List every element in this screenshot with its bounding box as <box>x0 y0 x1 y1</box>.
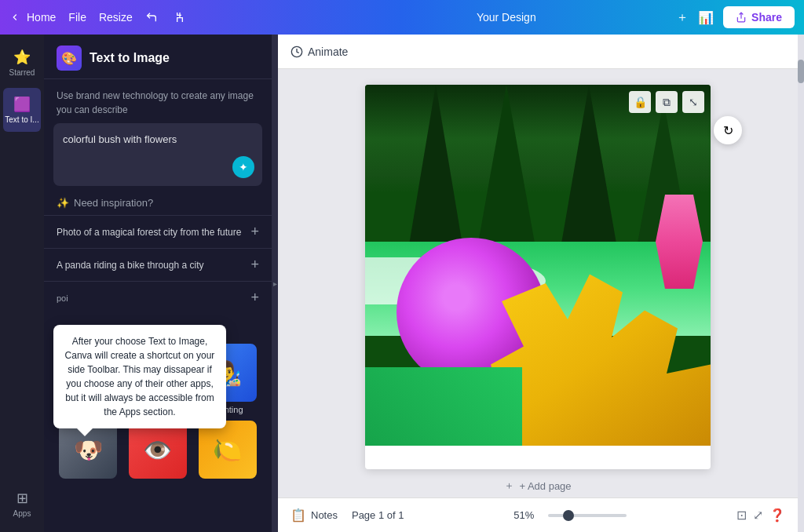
add-button[interactable]: ＋ <box>676 9 689 26</box>
sidebar-apps-label: Apps <box>13 509 31 518</box>
bottom-center: 51% <box>513 509 627 521</box>
share-button[interactable]: Share <box>723 6 795 28</box>
tooltip-container: After your choose Text to Image, Canva w… <box>53 325 226 436</box>
inspiration-text: A panda riding a bike through a city <box>57 260 203 271</box>
inspiration-label: Need inspiration? <box>74 197 153 209</box>
panel-resize-handle[interactable]: ▸ <box>272 35 278 532</box>
inspiration-item-1[interactable]: A panda riding a bike through a city + <box>44 248 272 281</box>
file-menu[interactable]: File <box>68 11 86 24</box>
prompt-text: colorful bush with flowers <box>63 133 253 147</box>
design-title: Your Design <box>477 11 536 24</box>
add-page-icon: ＋ <box>504 479 514 493</box>
add-page-button[interactable]: ＋ + Add page <box>365 479 711 493</box>
cloud-save-icon[interactable] <box>174 11 189 24</box>
zoom-slider[interactable] <box>548 514 627 517</box>
animate-label: Animate <box>308 46 348 58</box>
panel-title: Text to Image <box>90 51 170 65</box>
add-page-label: + Add page <box>519 480 571 492</box>
page-info: Page 1 of 1 <box>352 509 404 521</box>
add-inspiration-icon[interactable]: + <box>250 257 259 273</box>
apps-icon: ⊞ <box>16 490 28 507</box>
inspiration-header: ✨ Need inspiration? <box>44 186 272 215</box>
fullscreen-icon[interactable]: ⤢ <box>753 508 763 523</box>
bottom-right: ⊡ ⤢ ❓ <box>736 508 785 523</box>
topbar-right: ＋ 📊 Share <box>676 6 795 28</box>
right-scrollbar[interactable] <box>798 35 804 532</box>
main-layout: ⭐ Starred 🟪 Text to I... ⊞ Apps 🎨 Text t… <box>0 35 804 532</box>
help-icon[interactable]: ❓ <box>769 508 785 523</box>
bottom-left: 📋 Notes Page 1 of 1 <box>291 508 404 523</box>
add-inspiration-icon[interactable]: + <box>250 224 259 240</box>
topbar: Home File Resize Your Design ＋ 📊 Share <box>0 0 804 35</box>
resize-menu[interactable]: Resize <box>99 11 133 24</box>
star-icon: ⭐ <box>13 49 31 66</box>
sidebar-item-apps[interactable]: ⊞ Apps <box>3 482 41 526</box>
topbar-left: Home File Resize <box>9 11 337 24</box>
canvas-scroll[interactable]: 🔒 ⧉ ⤡ <box>278 69 798 497</box>
notes-icon: 📋 <box>291 508 306 523</box>
sparkle-icon: ✨ <box>57 197 69 209</box>
canvas-topbar: Animate <box>278 35 798 69</box>
lock-button[interactable]: 🔒 <box>629 91 651 113</box>
sidebar-item-text-to-image[interactable]: 🟪 Text to I... <box>3 88 41 132</box>
prompt-input-area[interactable]: colorful bush with flowers ✦ <box>53 123 262 186</box>
canvas-page-wrapper: 🔒 ⧉ ⤡ <box>365 85 711 469</box>
inspiration-item-2[interactable]: poi + <box>44 281 272 314</box>
refresh-button[interactable]: ↻ <box>714 116 742 144</box>
inspiration-text: Photo of a magical forest city from the … <box>57 227 241 238</box>
expand-button[interactable]: ⤡ <box>682 91 704 113</box>
canvas-page: 🔒 ⧉ ⤡ <box>365 85 711 469</box>
undo-button[interactable] <box>145 11 161 24</box>
canvas-area: Animate 🔒 ⧉ ⤡ <box>278 35 798 532</box>
text-to-image-panel: 🎨 Text to Image Use brand new technology… <box>44 35 272 532</box>
sidebar-item-label: Text to I... <box>5 115 38 124</box>
fit-page-icon[interactable]: ⊡ <box>736 508 747 523</box>
animate-button[interactable]: Animate <box>291 46 348 58</box>
green-foreground <box>365 367 522 446</box>
notes-label: Notes <box>311 509 338 521</box>
pink-flowers-right <box>656 195 703 289</box>
generated-image <box>365 85 711 446</box>
sidebar-item-label: Starred <box>9 68 35 77</box>
panel-icon: 🎨 <box>57 46 82 71</box>
sidebar-icons: ⭐ Starred 🟪 Text to I... ⊞ Apps <box>0 35 44 532</box>
canvas-page-tools: 🔒 ⧉ ⤡ <box>629 91 704 113</box>
tooltip-text: After your choose Text to Image, Canva w… <box>65 336 215 417</box>
text-to-image-icon: 🟪 <box>13 96 31 113</box>
generate-button[interactable]: ✦ <box>232 156 254 178</box>
back-button[interactable]: Home <box>9 11 56 24</box>
zoom-value: 51% <box>513 509 542 521</box>
analytics-icon[interactable]: 📊 <box>698 10 714 25</box>
panel-description: Use brand new technology to create any i… <box>44 79 272 123</box>
inspiration-text: poi <box>57 293 68 303</box>
panel-header: 🎨 Text to Image <box>44 35 272 79</box>
tooltip-box: After your choose Text to Image, Canva w… <box>53 325 226 428</box>
bottom-bar: 📋 Notes Page 1 of 1 51% ⊡ ⤢ ❓ <box>278 497 798 532</box>
sidebar-item-starred[interactable]: ⭐ Starred <box>3 41 41 85</box>
add-inspiration-icon[interactable]: + <box>250 290 259 306</box>
tooltip-arrow <box>77 428 93 436</box>
topbar-center: Your Design <box>343 10 671 24</box>
duplicate-button[interactable]: ⧉ <box>656 91 678 113</box>
scrollbar-thumb <box>798 60 804 83</box>
inspiration-item-0[interactable]: Photo of a magical forest city from the … <box>44 215 272 248</box>
